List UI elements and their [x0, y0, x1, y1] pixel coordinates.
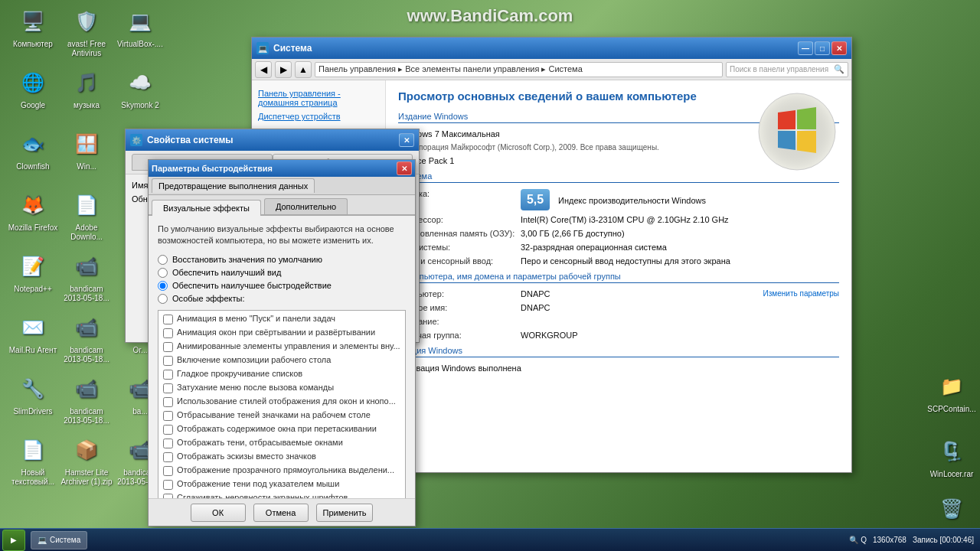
- params-titlebar: Параметры быстродействия ✕: [149, 160, 415, 177]
- checkbox-6[interactable]: [163, 397, 173, 407]
- desktop-icon-google[interactable]: 🌐 Google: [6, 67, 60, 110]
- desktop: www.BandiCam.com 🖥️ Компьютер 🛡️ avast! …: [0, 0, 980, 551]
- desktop-icon-scpcontain[interactable]: 📁 SCPContain...: [925, 371, 978, 414]
- desktop-icon-virtualbox[interactable]: 💻 VirtualBox-....: [113, 6, 167, 49]
- checkbox-2[interactable]: [163, 342, 173, 352]
- params-tab-advanced[interactable]: Дополнительно: [264, 198, 348, 214]
- checkbox-item-3: Включение композиции рабочего стола: [160, 354, 403, 367]
- svoistva-close-button[interactable]: ✕: [399, 133, 414, 147]
- desktop-icon-hamster[interactable]: 📦 Hamster Lite Archiver (1).zip: [60, 435, 113, 487]
- radio-best-view[interactable]: [158, 268, 168, 278]
- params-tab-visual[interactable]: Визуальные эффекты: [152, 200, 261, 216]
- checkbox-8[interactable]: [163, 425, 173, 435]
- system-nav-bar: ◀ ▶ ▲ Панель управления ▸ Все элементы п…: [252, 59, 851, 80]
- params-window: Параметры быстродействия ✕ Предотвращени…: [148, 159, 416, 527]
- checkbox-4[interactable]: [163, 370, 173, 380]
- system-minimize-button[interactable]: —: [798, 41, 813, 55]
- params-body: По умолчанию визуальные эффекты выбирают…: [149, 216, 415, 521]
- params-apply-button[interactable]: Применить: [316, 504, 374, 522]
- desktop-icon-clownfish[interactable]: 🐟 Clownfish: [6, 129, 60, 171]
- system-titlebar: 💻 Система — □ ✕: [252, 37, 851, 59]
- change-params-button[interactable]: Изменить параметры: [763, 289, 839, 298]
- taskbar: ▶ 💻 Система 🔍 Q 1360x768 Запись [00:00:4…: [0, 528, 980, 551]
- rating-row: Оценка: 5,5 Индекс производительности Wi…: [398, 189, 839, 210]
- desktop-icon-music[interactable]: 🎵 музыка: [60, 67, 113, 110]
- checkbox-1[interactable]: [163, 328, 173, 338]
- checkbox-7[interactable]: [163, 411, 173, 421]
- desktop-icon-win[interactable]: 🪟 Win...: [60, 129, 113, 171]
- taskbar-tray: 🔍 Q 1360x768 Запись [00:00:46]: [843, 536, 980, 544]
- svoistva-titlebar: ⚙️ Свойства системы ✕: [126, 129, 419, 151]
- nav-search-input[interactable]: Поиск в панели управления 🔍: [726, 62, 848, 77]
- checkbox-item-11: Отображение прозрачного прямоугольника в…: [160, 464, 403, 478]
- section-activation-header: нвация Windows: [398, 346, 839, 357]
- radio-item-1: Обеспечить наилучший вид: [158, 268, 406, 278]
- nav-up-button[interactable]: ▲: [295, 61, 312, 78]
- params-cancel-button[interactable]: Отмена: [253, 504, 309, 522]
- pen-row: Перо и сенсорный ввод: Перо и сенсорный …: [398, 256, 839, 266]
- desktop-icon-newtext[interactable]: 📄 Новый текстовый...: [6, 435, 60, 487]
- checkbox-11[interactable]: [163, 466, 173, 476]
- nav-back-button[interactable]: ◀: [255, 61, 272, 78]
- taskbar-record-text: Запись [00:00:46]: [913, 536, 974, 544]
- system-close-button[interactable]: ✕: [831, 41, 847, 55]
- params-description: По умолчанию визуальные эффекты выбирают…: [158, 223, 406, 247]
- params-ok-button[interactable]: ОК: [191, 504, 246, 522]
- taskbar-items: 💻 Система: [28, 531, 90, 549]
- desktop-icon-computer[interactable]: 🖥️ Компьютер: [6, 6, 60, 49]
- desktop-icon-bandicam2[interactable]: 📹 bandicam 2013-05-18...: [60, 312, 113, 364]
- desktop-icon-adobe[interactable]: 📄 Adobe Downlo...: [60, 190, 113, 242]
- activation-row: Активация Windows выполнена: [398, 364, 839, 373]
- checkbox-item-4: Гладкое прокручивание списков: [160, 367, 403, 381]
- desktop-icon-slimdrivers[interactable]: 🔧 SlimDrivers: [6, 373, 60, 416]
- taskbar-start-button[interactable]: ▶: [2, 530, 25, 551]
- params-checkbox-list: Анимация в меню "Пуск" и панели задач Ан…: [158, 310, 406, 501]
- ram-row: Установленная память (ОЗУ): 3,00 ГБ (2,6…: [398, 229, 839, 238]
- desktop-icon-notepadpp[interactable]: 📝 Notepad++: [6, 251, 60, 294]
- checkbox-5[interactable]: [163, 383, 173, 393]
- checkbox-0[interactable]: [163, 315, 173, 324]
- params-close-button[interactable]: ✕: [397, 161, 412, 175]
- svoistva-window-icon: ⚙️: [130, 134, 142, 146]
- checkbox-12[interactable]: [163, 480, 173, 490]
- system-main-content: Просмотр основных сведений о вашем компь…: [386, 80, 851, 472]
- nav-forward-button[interactable]: ▶: [275, 61, 292, 78]
- checkbox-item-9: Отображать тени, отбрасываемые окнами: [160, 436, 403, 450]
- windows-edition-row: Windows 7 Максимальная: [398, 129, 746, 139]
- checkbox-item-5: Затухание меню после вызова команды: [160, 381, 403, 395]
- radio-item-2: Обеспечить наилучшее быстродействие: [158, 281, 406, 291]
- fullname-row: Полное имя: DNAPC: [398, 303, 839, 312]
- watermark: www.BandiCam.com: [407, 6, 573, 26]
- svoistva-window-controls: ✕: [399, 133, 414, 147]
- windows-copyright-row: © Корпорация Майкрософт (Microsoft Corp.…: [398, 143, 746, 152]
- checkbox-item-6: Использование стилей отображения для око…: [160, 395, 403, 409]
- desktop-icon-firefox[interactable]: 🦊 Mozilla Firefox: [6, 190, 60, 233]
- checkbox-item-8: Отображать содержимое окна при перетаски…: [160, 422, 403, 436]
- desc-row: Описание:: [398, 317, 839, 326]
- checkbox-3[interactable]: [163, 356, 173, 366]
- windows-logo: [755, 90, 839, 174]
- system-maximize-button[interactable]: □: [815, 41, 830, 55]
- checkbox-item-0: Анимация в меню "Пуск" и панели задач: [160, 312, 403, 326]
- checkbox-10[interactable]: [163, 452, 173, 462]
- nav-path-bar[interactable]: Панель управления ▸ Все элементы панели …: [315, 62, 723, 77]
- svoistva-window-title: Свойства системы: [147, 135, 399, 145]
- desktop-icon-mail[interactable]: ✉️ Mail.Ru Агент: [6, 312, 60, 355]
- checkbox-9[interactable]: [163, 439, 173, 448]
- desktop-icon-avast[interactable]: 🛡️ avast! Free Antivirus: [60, 6, 113, 58]
- radio-best-perf[interactable]: [158, 281, 168, 291]
- os-type-row: Тип системы: 32-разрядная операционная с…: [398, 243, 839, 252]
- sidebar-link-home[interactable]: Панель управления - домашняя страница: [258, 86, 379, 109]
- desktop-icon-skymonk[interactable]: ☁️ Skymonk 2: [113, 67, 167, 110]
- params-radio-group: Восстановить значения по умолчанию Обесп…: [158, 255, 406, 304]
- radio-default[interactable]: [158, 255, 168, 265]
- params-prevention-tab[interactable]: Предотвращение выполнения данных: [152, 178, 315, 193]
- sidebar-link-devices[interactable]: Диспетчер устройств: [258, 109, 379, 123]
- desktop-icon-bandicam1[interactable]: 📹 bandicam 2013-05-18...: [60, 251, 113, 303]
- processor-row: Процессор: Intel(R) Core(TM) i3-2310M CP…: [398, 215, 839, 224]
- desktop-icon-bandicam3[interactable]: 📹 bandicam 2013-05-18...: [60, 373, 113, 425]
- taskbar-item-system[interactable]: 💻 Система: [31, 531, 87, 549]
- desktop-icon-winlocer[interactable]: 🗜️ WinLocer.rar: [925, 436, 978, 479]
- radio-custom[interactable]: [158, 294, 168, 304]
- radio-item-0: Восстановить значения по умолчанию: [158, 255, 406, 265]
